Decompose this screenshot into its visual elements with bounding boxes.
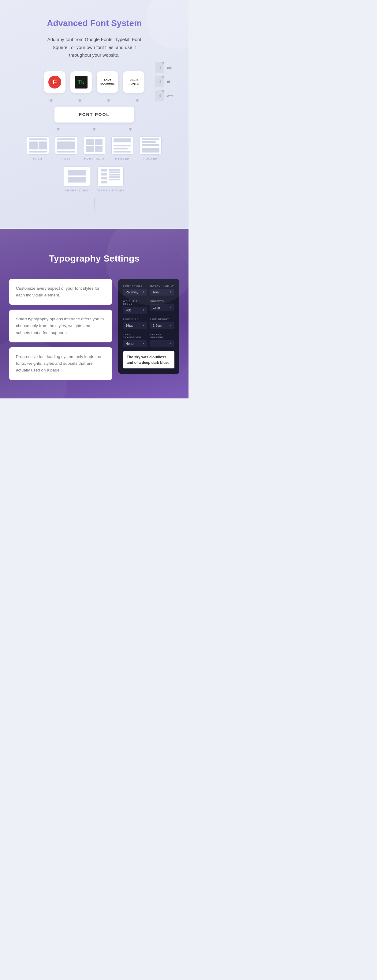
svg-rect-0 xyxy=(158,66,161,69)
header-line-1 xyxy=(114,145,131,147)
layout-shortcodes-label: SHORTCODES xyxy=(65,189,89,192)
user-fonts-logo: USERFONTS xyxy=(123,72,144,93)
eot-label: .eot xyxy=(166,66,172,70)
woff-file-item: .woff xyxy=(155,90,173,101)
post-bar-2 xyxy=(57,151,75,153)
footer-line-1 xyxy=(142,138,160,140)
layout-post-label: POST xyxy=(62,157,71,160)
layout-icons-row-1: PAGE POST xyxy=(6,136,182,160)
footer-line-3 xyxy=(142,144,160,146)
portfolio-cell-2 xyxy=(95,139,103,145)
layout-shortcodes-item: SHORTCODES xyxy=(63,166,90,192)
shortcodes-inner xyxy=(66,168,88,185)
page-bar-2 xyxy=(29,151,47,153)
layout-header-icon xyxy=(111,136,133,155)
svg-rect-3 xyxy=(158,80,161,83)
connector-line xyxy=(94,198,95,216)
ttf-label: .ttf xyxy=(166,80,170,84)
woff-file-icon xyxy=(155,90,164,101)
arrow-4: ▼ xyxy=(135,98,140,104)
font-system-desc: Add any font from Google Fonts, Typekit,… xyxy=(42,35,146,59)
arrow-2: ▼ xyxy=(77,98,82,104)
layout-theme-options-label: THEME OPTIONS xyxy=(96,189,125,192)
arrow-1: ▼ xyxy=(48,98,54,104)
layout-page-icon xyxy=(27,136,49,155)
font-system-section: Advanced Font System Add any font from G… xyxy=(0,0,188,229)
layout-portfolio-label: PORTFOLIO xyxy=(84,157,105,160)
layout-theme-options-icon xyxy=(97,166,124,186)
theme-options-inner xyxy=(100,167,122,185)
layout-header-item: HEADER xyxy=(111,136,133,160)
portfolio-cell-3 xyxy=(86,146,94,152)
page-col-2 xyxy=(38,142,47,150)
portfolio-cell-4 xyxy=(95,146,103,152)
arrow-pool-1: ▼ xyxy=(55,126,61,133)
font-logos-row: F Tk FONTSQUIRREL USERFONTS .eot xyxy=(6,72,182,93)
page-cols xyxy=(29,142,47,150)
page-col-1 xyxy=(29,142,38,150)
eot-file-icon xyxy=(155,62,164,73)
font-pool-wrapper: FONT POOL xyxy=(6,107,182,123)
layout-theme-options-item: THEME OPTIONS xyxy=(96,166,125,192)
post-main xyxy=(57,142,75,150)
portfolio-cell-1 xyxy=(86,139,94,145)
shortcode-row-2 xyxy=(68,177,86,183)
feature-card-1-text: Customize avery aspect of your font styl… xyxy=(16,285,105,299)
feature-card-1: Customize avery aspect of your font styl… xyxy=(9,279,112,305)
layout-portfolio-icon xyxy=(83,136,105,155)
header-top-bar xyxy=(114,138,131,142)
layout-footer-label: FOOTER xyxy=(144,157,158,160)
header-line-2 xyxy=(114,148,128,150)
layout-shortcodes-icon xyxy=(63,166,90,186)
layout-page-label: PAGE xyxy=(33,157,43,160)
woff-label: .woff xyxy=(166,94,173,98)
layout-header-label: HEADER xyxy=(115,157,130,160)
feature-card-2-text: Smart typography options interface offer… xyxy=(16,316,105,336)
shortcode-row-1 xyxy=(68,170,86,175)
arrow-pool-2: ▼ xyxy=(92,126,97,133)
typography-section: Typography Settings Customize avery aspe… xyxy=(0,229,188,398)
google-fonts-logo: F xyxy=(44,72,65,93)
layout-post-icon xyxy=(55,136,77,155)
ttf-file-icon xyxy=(155,76,164,87)
font-pool-box: FONT POOL xyxy=(54,107,134,123)
file-types-column: .eot .ttf .woff xyxy=(155,62,173,101)
arrow-3: ▼ xyxy=(106,98,111,104)
typekit-logo: Tk xyxy=(70,72,92,93)
layout-footer-icon xyxy=(139,136,162,155)
portfolio-grid xyxy=(86,138,103,153)
layout-icons-row-2: SHORTCODES xyxy=(6,166,182,192)
font-squirrel-icon: FONTSQUIRREL xyxy=(100,79,115,86)
ttf-file-item: .ttf xyxy=(155,76,173,87)
eot-file-item: .eot xyxy=(155,62,173,73)
footer-line-2 xyxy=(142,141,156,143)
page-bar-1 xyxy=(29,138,47,140)
theme-options-content xyxy=(109,169,120,183)
font-squirrel-logo: FONTSQUIRREL xyxy=(97,72,118,93)
layout-portfolio-item: PORTFOLIO xyxy=(83,136,105,160)
layout-footer-item: FOOTER xyxy=(139,136,162,160)
curve-decoration xyxy=(127,253,188,376)
arrows-row-2: ▼ ▼ ▼ xyxy=(6,126,182,133)
google-fonts-icon: F xyxy=(48,76,61,89)
post-bar-1 xyxy=(57,138,75,140)
typekit-icon: Tk xyxy=(74,76,87,89)
font-system-title: Advanced Font System xyxy=(6,18,182,28)
layout-post-item: POST xyxy=(55,136,77,160)
svg-rect-6 xyxy=(158,94,161,97)
layout-page-item: PAGE xyxy=(27,136,49,160)
user-fonts-icon: USERFONTS xyxy=(129,78,139,86)
header-line-3 xyxy=(114,151,131,153)
footer-bottom-bar xyxy=(142,148,160,152)
arrow-pool-3: ▼ xyxy=(128,126,133,133)
theme-options-sidebar xyxy=(101,169,107,183)
